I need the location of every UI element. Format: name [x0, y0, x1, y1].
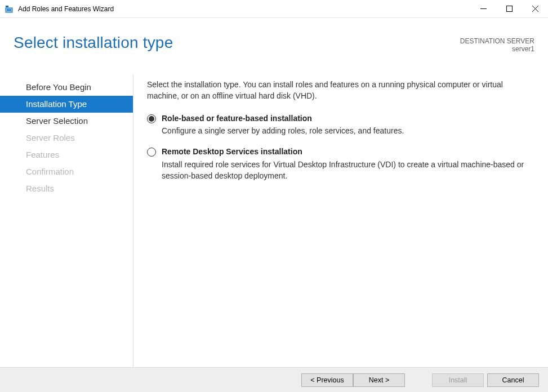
radio-role-based[interactable]: [147, 114, 156, 123]
window-controls: [470, 0, 548, 17]
next-button[interactable]: Next >: [353, 373, 405, 387]
intro-text: Select the installation type. You can in…: [147, 79, 534, 102]
step-server-roles: Server Roles: [20, 130, 133, 146]
step-installation-type[interactable]: Installation Type: [0, 96, 133, 113]
option-role-based-desc: Configure a single server by adding role…: [162, 125, 534, 136]
minimize-button[interactable]: [470, 0, 496, 17]
wizard-icon: [5, 5, 14, 14]
step-before-you-begin[interactable]: Before You Begin: [20, 79, 133, 96]
previous-button[interactable]: < Previous: [301, 373, 353, 387]
svg-rect-3: [7, 10, 11, 11]
destination-server-label: DESTINATION SERVER: [460, 37, 534, 45]
maximize-button[interactable]: [496, 0, 522, 17]
option-rds-desc: Install required role services for Virtu…: [162, 159, 534, 182]
step-features: Features: [20, 146, 133, 163]
svg-rect-0: [6, 6, 8, 7]
cancel-button[interactable]: Cancel: [487, 373, 539, 387]
install-button: Install: [432, 373, 484, 387]
svg-rect-5: [506, 6, 512, 12]
svg-rect-2: [7, 9, 11, 10]
destination-server-name: server1: [460, 45, 534, 53]
radio-rds[interactable]: [147, 148, 156, 157]
header: Select installation type DESTINATION SER…: [0, 18, 548, 74]
wizard-steps-sidebar: Before You Begin Installation Type Serve…: [0, 74, 133, 367]
option-rds-title: Remote Desktop Services installation: [162, 146, 534, 158]
wizard-footer: < Previous Next > Install Cancel: [0, 367, 548, 392]
titlebar: Add Roles and Features Wizard: [0, 0, 548, 18]
option-role-based[interactable]: Role-based or feature-based installation…: [147, 113, 534, 137]
step-server-selection[interactable]: Server Selection: [20, 113, 133, 130]
destination-server: DESTINATION SERVER server1: [460, 37, 534, 53]
step-results: Results: [20, 180, 133, 197]
option-rds[interactable]: Remote Desktop Services installation Ins…: [147, 146, 534, 181]
wizard-content: Select the installation type. You can in…: [133, 74, 548, 367]
option-role-based-title: Role-based or feature-based installation: [162, 113, 534, 124]
titlebar-title: Add Roles and Features Wizard: [18, 5, 470, 13]
svg-rect-1: [6, 8, 12, 12]
wizard-body: Before You Begin Installation Type Serve…: [0, 74, 548, 367]
option-role-based-text: Role-based or feature-based installation…: [162, 113, 534, 137]
option-rds-text: Remote Desktop Services installation Ins…: [162, 146, 534, 181]
close-button[interactable]: [522, 0, 548, 17]
page-title: Select installation type: [14, 34, 173, 52]
step-confirmation: Confirmation: [20, 163, 133, 180]
